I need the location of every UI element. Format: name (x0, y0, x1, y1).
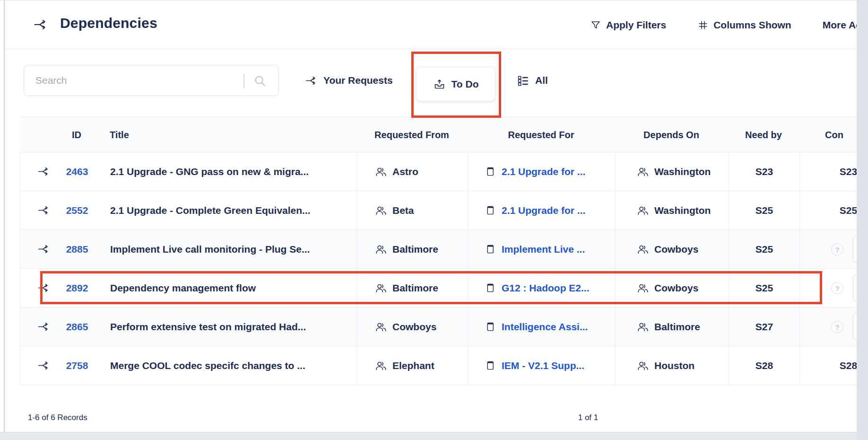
page-indicator: 1 of 1 (564, 413, 612, 422)
document-icon (485, 205, 496, 216)
people-icon (375, 321, 387, 333)
requested-for-link[interactable]: 2.1 Upgrade for ... (468, 152, 615, 191)
column-header-depends-on[interactable]: Depends On (615, 117, 728, 152)
tab-all[interactable]: All (517, 65, 548, 96)
requested-for-link[interactable]: 2.1 Upgrade for ... (468, 191, 615, 229)
table-body: 2463 2.1 Upgrade - GNG pass on new & mig… (20, 152, 857, 385)
apply-filters-label: Apply Filters (606, 19, 666, 31)
need-by-cell: S23 (729, 152, 799, 191)
need-by-cell: S27 (729, 308, 799, 346)
requested-from-value: Astro (392, 166, 418, 177)
table-row[interactable]: 2885 Implement Live call monitoring - Pl… (20, 230, 857, 269)
more-actions-label: More Actions (823, 19, 861, 31)
document-icon (485, 321, 496, 332)
row-id-link[interactable]: 2463 (49, 152, 105, 191)
row-id-link[interactable]: 2552 (49, 191, 105, 229)
row-id-link[interactable]: 2758 (49, 346, 105, 385)
columns-icon (697, 19, 709, 31)
requested-from-value: Cowboys (392, 321, 436, 333)
document-icon (485, 166, 496, 177)
columns-shown-button[interactable]: Columns Shown (697, 19, 791, 31)
depends-on-value: Cowboys (654, 282, 698, 294)
depends-on-cell: Baltimore (615, 308, 729, 346)
need-by-cell: S28 (729, 346, 799, 385)
document-icon (485, 360, 496, 371)
table-row[interactable]: 2463 2.1 Upgrade - GNG pass on new & mig… (20, 152, 857, 191)
people-icon (637, 204, 649, 217)
requested-from-value: Beta (392, 205, 414, 216)
people-icon (637, 321, 649, 333)
column-header-requested-for[interactable]: Requested For (468, 117, 615, 152)
table-row[interactable]: 2758 Merge COOL codec specifc changes to… (20, 346, 857, 385)
people-icon (375, 360, 387, 372)
requested-for-value: G12 : Hadoop E2... (502, 282, 590, 294)
search-box (24, 65, 279, 96)
row-id-link[interactable]: 2885 (49, 230, 105, 268)
requested-for-link[interactable]: Intelligence Assi... (468, 308, 615, 346)
tab-to-do-label: To Do (451, 79, 479, 90)
row-id-link[interactable]: 2865 (49, 308, 105, 346)
table-header: ID Title Requested From Requested For De… (20, 117, 857, 152)
search-input[interactable] (35, 65, 239, 96)
tab-to-do[interactable]: To Do (417, 68, 495, 101)
annotation-box-todo: To Do (411, 52, 501, 118)
app-window: Dependencies Apply Filters Columns Shown… (0, 0, 868, 440)
people-icon (375, 166, 387, 178)
depends-on-cell: Houston (615, 346, 729, 385)
row-id-link[interactable]: 2892 (49, 269, 105, 307)
requested-for-value: 2.1 Upgrade for ... (502, 205, 585, 216)
window-frame-bottom (0, 432, 868, 440)
people-icon (375, 243, 387, 255)
records-count: 1-6 of 6 Records (28, 413, 87, 422)
people-icon (637, 243, 649, 255)
row-title: 2.1 Upgrade - Complete Green Equivalen..… (110, 191, 356, 229)
people-icon (375, 204, 387, 217)
dependency-icon (305, 74, 318, 87)
requested-from-cell: Beta (356, 191, 468, 229)
requested-for-value: 2.1 Upgrade for ... (502, 166, 585, 177)
tab-your-requests-label: Your Requests (323, 75, 393, 86)
requested-for-link[interactable]: Implement Live ... (468, 230, 615, 268)
column-header-need-by[interactable]: Need by (728, 117, 799, 152)
depends-on-value: Cowboys (654, 244, 698, 255)
column-header-requested-from[interactable]: Requested From (356, 117, 468, 152)
requested-from-cell: Baltimore (356, 269, 468, 307)
requested-from-cell: Astro (356, 152, 468, 191)
column-header-title[interactable]: Title (110, 117, 356, 152)
depends-on-cell: Cowboys (615, 269, 729, 307)
requested-for-link[interactable]: IEM - V2.1 Supp... (468, 346, 615, 385)
row-title: Perform extensive test on migrated Had..… (110, 308, 356, 346)
more-actions-button[interactable]: More Actions (823, 19, 861, 31)
row-title: Merge COOL codec specifc changes to ... (110, 346, 356, 385)
question-icon[interactable]: ? (831, 243, 843, 255)
search-divider (243, 74, 244, 88)
requested-for-link[interactable]: G12 : Hadoop E2... (468, 269, 615, 307)
requested-from-value: Baltimore (392, 282, 438, 294)
depends-on-cell: Washington (615, 152, 729, 191)
depends-on-value: Washington (654, 166, 711, 177)
people-icon (637, 360, 649, 372)
filter-icon (590, 19, 601, 31)
need-by-cell: S25 (729, 191, 799, 229)
dependencies-table: ID Title Requested From Requested For De… (20, 117, 857, 385)
question-icon[interactable]: ? (831, 282, 843, 294)
page-title: Dependencies (60, 15, 157, 31)
need-by-cell: S25 (729, 230, 799, 268)
requested-from-value: Elephant (392, 360, 434, 371)
table-row[interactable]: 2552 2.1 Upgrade - Complete Green Equiva… (20, 191, 857, 230)
table-row[interactable]: 2865 Perform extensive test on migrated … (20, 308, 857, 346)
column-header-id[interactable]: ID (48, 117, 105, 152)
search-icon[interactable] (253, 74, 267, 88)
apply-filters-button[interactable]: Apply Filters (590, 19, 666, 31)
tab-your-requests[interactable]: Your Requests (305, 65, 393, 96)
depends-on-cell: Cowboys (615, 230, 729, 268)
document-icon (485, 244, 496, 255)
row-title: Implement Live call monitoring - Plug Se… (110, 230, 356, 268)
need-by-cell: S25 (729, 269, 799, 307)
table-row[interactable]: 2892 Dependency management flow Baltimor… (20, 269, 857, 308)
question-icon[interactable]: ? (831, 321, 843, 333)
window-frame-left (4, 0, 5, 432)
depends-on-cell: Washington (615, 191, 729, 229)
requested-for-value: Intelligence Assi... (502, 321, 588, 333)
tray-up-icon (433, 78, 446, 91)
